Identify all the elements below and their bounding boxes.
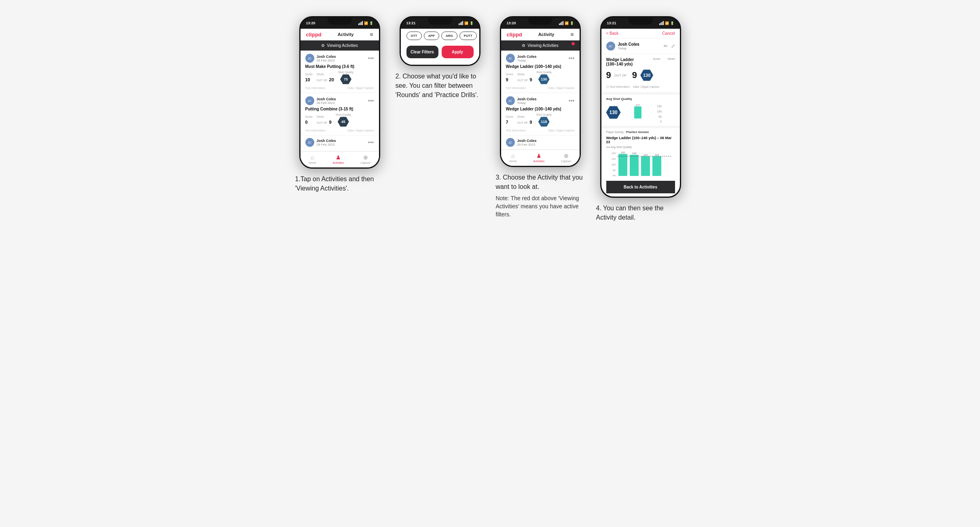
hex-3-1: 130 bbox=[538, 74, 550, 85]
sq-hex-1-1: 75 bbox=[338, 74, 353, 85]
activity-card-1-1[interactable]: JC Josh Coles 28 Feb 2023 ••• Must Make … bbox=[301, 51, 379, 93]
hex-1-1: 75 bbox=[340, 74, 351, 85]
cancel-btn-4[interactable]: Cancel bbox=[662, 31, 675, 36]
phone-shell-3: 13:20 📶 🔋 clippd Activity ≡ bbox=[500, 16, 581, 167]
detail-stat-labels-4: Score Shots bbox=[653, 57, 675, 60]
score-stat-1-1: Score 10 bbox=[305, 73, 313, 83]
data-source-1-1: Data: Clippd Capture bbox=[347, 87, 374, 89]
edit-icon-4[interactable]: ✏ bbox=[664, 43, 668, 49]
nav-activities-3[interactable]: ♟ Activities bbox=[533, 152, 545, 163]
activities-label-3: Activities bbox=[533, 160, 545, 163]
activity-card-3-3[interactable]: JC Josh Coles 28 Feb 2023 bbox=[501, 135, 580, 150]
back-btn-4[interactable]: < Back bbox=[606, 31, 619, 36]
caption-3-main: 3. Choose the Activity that you want to … bbox=[496, 173, 585, 191]
nav-capture-1[interactable]: ⊕ Capture bbox=[360, 154, 370, 164]
phone-block-4: 13:21 📶 🔋 < Back Cancel bbox=[596, 16, 685, 222]
status-bar-4: 13:21 📶 🔋 bbox=[601, 17, 680, 29]
activity-card-3-2[interactable]: JC Josh Coles Today ••• Wedge Ladder (10… bbox=[501, 93, 580, 135]
score-val-1-1: 10 bbox=[305, 77, 310, 82]
score-col-label-4: Score bbox=[653, 57, 660, 60]
pill-ott-2[interactable]: OTT bbox=[406, 32, 422, 40]
battery-icon-1: 🔋 bbox=[369, 21, 373, 25]
outof-stat-1-2: Shots OUT OF 9 bbox=[317, 115, 332, 125]
apply-btn-2[interactable]: Apply bbox=[442, 46, 474, 58]
card-header-1-2: JC Josh Coles 28 Feb 2023 ••• bbox=[305, 96, 374, 105]
divider2-4 bbox=[601, 126, 680, 128]
dots-1-2[interactable]: ••• bbox=[368, 98, 374, 104]
capture-icon-1: ⊕ bbox=[363, 154, 368, 161]
activity-card-3-1[interactable]: JC Josh Coles Today ••• Wedge Ladder (10… bbox=[501, 51, 580, 93]
caption-3-note: Note: The red dot above 'Viewing Activit… bbox=[496, 195, 585, 218]
svg-text:132: 132 bbox=[620, 151, 625, 154]
phone-shell-1: 13:20 📶 🔋 clippd Activity ≡ bbox=[299, 16, 380, 169]
avatar-3-1: JC bbox=[506, 54, 515, 63]
activities-icon-1: ♟ bbox=[336, 154, 341, 161]
activity-card-1-2[interactable]: JC Josh Coles 28 Feb 2023 ••• Putting Co… bbox=[301, 93, 379, 135]
red-dot-3 bbox=[571, 42, 575, 45]
bar-chart-mini-4: 130 100 50 0 APP bbox=[624, 102, 675, 123]
card-stats-1-1: Score 10 Shots OUT OF 20 Shot Quality 75 bbox=[305, 71, 374, 85]
activity-card-1-3[interactable]: JC Josh Coles 28 Feb 2023 ••• bbox=[301, 135, 379, 151]
card-footer-3-1: Test Information Data: Clippd Capture bbox=[506, 87, 575, 89]
signal-3 bbox=[559, 21, 563, 25]
score-val-1-2: 0 bbox=[305, 120, 308, 125]
user-name-3-3: Josh Coles bbox=[517, 139, 537, 143]
dots-3-1[interactable]: ••• bbox=[569, 55, 575, 61]
avatar-1-2: JC bbox=[305, 96, 314, 105]
menu-icon-3[interactable]: ≡ bbox=[570, 31, 574, 38]
expand-icon-4[interactable]: ⤢ bbox=[671, 43, 675, 49]
player-activity-4: Player Activity › Practice Session bbox=[606, 131, 675, 133]
card-stats-3-2: Score 7 Shots OUT OF 9 Shot Quality 118 bbox=[506, 113, 575, 127]
avg-sq-label-4: Avg Shot Quality bbox=[606, 97, 675, 101]
clear-filters-btn-2[interactable]: Clear Filters bbox=[406, 46, 438, 58]
status-icons-4: 📶 🔋 bbox=[659, 21, 674, 25]
dots-1-3[interactable]: ••• bbox=[368, 140, 374, 145]
status-icons-2: 📶 🔋 bbox=[459, 21, 474, 25]
nav-capture-3[interactable]: ⊕ Capture bbox=[561, 152, 571, 163]
nav-home-3[interactable]: ⌂ Home bbox=[509, 152, 517, 163]
detail-title-row-4: Wedge Ladder(100–140 yds) Score Shots bbox=[606, 57, 675, 66]
pill-app-2[interactable]: APP bbox=[424, 32, 439, 40]
menu-icon-1[interactable]: ≡ bbox=[370, 31, 373, 38]
user-info-1-2: Josh Coles 28 Feb 2023 bbox=[317, 97, 336, 105]
battery-icon-2: 🔋 bbox=[470, 21, 474, 25]
wifi-icon-3: 📶 bbox=[565, 21, 569, 25]
score-val-3-1: 9 bbox=[506, 77, 508, 82]
nav-home-1[interactable]: ⌂ Home bbox=[309, 154, 316, 164]
svg-text:80: 80 bbox=[613, 169, 616, 171]
viewing-activities-bar-3[interactable]: ⚙ Viewing Activities bbox=[501, 40, 580, 51]
viewing-activities-bar-1[interactable]: ⚙ Viewing Activities bbox=[301, 40, 379, 51]
wifi-icon-2: 📶 bbox=[464, 21, 468, 25]
phone-shell-2: 13:21 📶 🔋 clippd Activity ≡ bbox=[400, 16, 480, 66]
score-val-3-2: 7 bbox=[506, 120, 508, 125]
dots-3-2[interactable]: ••• bbox=[569, 98, 575, 104]
nav-activities-1[interactable]: ♟ Activities bbox=[333, 154, 344, 164]
score-stat-1-2: Score 0 bbox=[305, 115, 313, 125]
time-3: 13:20 bbox=[507, 21, 516, 25]
logo-1: clippd bbox=[306, 32, 322, 38]
sq-stat-3-2: Shot Quality 118 bbox=[536, 113, 552, 127]
score-stat-3-2: Score 7 bbox=[506, 115, 513, 125]
viewing-activities-label-1: Viewing Activities bbox=[327, 43, 358, 48]
outof-stat-3-2: Shots OUT OF 9 bbox=[517, 115, 532, 125]
user-date-3-1: Today bbox=[517, 59, 537, 62]
home-label-3: Home bbox=[509, 160, 517, 163]
capture-label-1: Capture bbox=[360, 161, 370, 164]
card-title-3-1: Wedge Ladder (100–140 yds) bbox=[506, 64, 575, 69]
svg-rect-18 bbox=[630, 155, 639, 176]
capture-icon-3: ⊕ bbox=[564, 152, 569, 159]
user-info-3-2: Josh Coles Today bbox=[517, 97, 537, 105]
user-info-3-1: Josh Coles Today bbox=[517, 55, 537, 62]
detail-nav-header-4: < Back Cancel bbox=[601, 29, 680, 38]
pill-putt-2[interactable]: PUTT bbox=[459, 32, 477, 40]
svg-text:124: 124 bbox=[654, 154, 659, 156]
score-label-1-2: Score bbox=[305, 115, 313, 118]
back-to-activities-4[interactable]: Back to Activities bbox=[606, 181, 675, 193]
pill-arg-2[interactable]: ARG bbox=[441, 32, 457, 40]
time-2: 13:21 bbox=[406, 21, 416, 25]
hex-1-2: 45 bbox=[338, 116, 349, 127]
info-text1-4: Test Information bbox=[610, 85, 630, 88]
dots-1-1[interactable]: ••• bbox=[368, 55, 374, 61]
caption-4: 4. You can then see the Activity detail. bbox=[596, 203, 685, 222]
outof-1-2: OUT OF bbox=[317, 121, 327, 124]
